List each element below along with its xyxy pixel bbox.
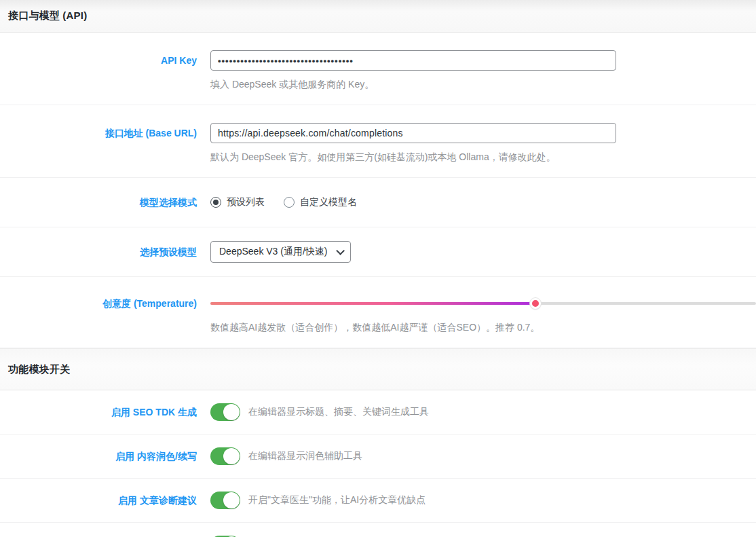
temperature-slider-fill xyxy=(210,302,537,305)
row-preset-model: 选择预设模型 DeepSeek V3 (通用/快速) xyxy=(0,227,756,277)
preset-model-label: 选择预设模型 xyxy=(0,241,197,263)
radio-unchecked-icon[interactable] xyxy=(284,197,295,208)
model-mode-radio-group: 预设列表 自定义模型名 xyxy=(210,192,756,212)
article-diagnosis-label: 启用 文章诊断建议 xyxy=(0,491,197,510)
row-seo-tdk: 启用 SEO TDK 生成 在编辑器显示标题、摘要、关键词生成工具 xyxy=(0,390,756,434)
base-url-input[interactable] xyxy=(210,123,616,143)
section-title: 接口与模型 (API) xyxy=(8,10,87,22)
section-title: 功能模块开关 xyxy=(8,363,70,376)
temperature-slider-thumb[interactable] xyxy=(530,298,541,309)
article-diagnosis-description: 开启"文章医生"功能，让AI分析文章优缺点 xyxy=(248,494,426,506)
preset-model-select[interactable]: DeepSeek V3 (通用/快速) xyxy=(210,241,351,263)
toggle-knob-icon xyxy=(223,404,240,420)
seo-tdk-label: 启用 SEO TDK 生成 xyxy=(0,403,197,422)
row-temperature: 创意度 (Temperature) 数值越高AI越发散（适合创作），数值越低AI… xyxy=(0,277,756,348)
toggle-knob-icon xyxy=(223,492,240,508)
section-header-features: 功能模块开关 xyxy=(0,348,756,390)
model-mode-label: 模型选择模式 xyxy=(0,192,197,212)
toggle-knob-icon xyxy=(223,448,240,464)
article-diagnosis-toggle[interactable] xyxy=(210,492,240,509)
seo-tdk-toggle[interactable] xyxy=(210,403,240,421)
radio-preset-list[interactable]: 预设列表 xyxy=(210,196,265,208)
row-article-diagnosis: 启用 文章诊断建议 开启"文章医生"功能，让AI分析文章优缺点 xyxy=(0,479,756,523)
chevron-down-icon xyxy=(336,246,345,255)
api-key-label: API Key xyxy=(0,50,197,91)
row-model-mode: 模型选择模式 预设列表 自定义模型名 xyxy=(0,178,756,227)
row-comment-reply: 启用 评论回复助手 在后台评论列表显示 AI 回复按钮 xyxy=(0,523,756,537)
radio-preset-list-label: 预设列表 xyxy=(227,196,265,208)
api-key-description: 填入 DeepSeek 或其他服务商的 Key。 xyxy=(210,79,756,91)
content-polish-description: 在编辑器显示润色辅助工具 xyxy=(248,450,362,462)
temperature-label: 创意度 (Temperature) xyxy=(0,293,197,334)
row-api-key: API Key 填入 DeepSeek 或其他服务商的 Key。 xyxy=(0,33,756,105)
base-url-label: 接口地址 (Base URL) xyxy=(0,123,197,164)
content-polish-label: 启用 内容润色/续写 xyxy=(0,447,197,466)
seo-tdk-description: 在编辑器显示标题、摘要、关键词生成工具 xyxy=(248,406,429,418)
radio-custom-model[interactable]: 自定义模型名 xyxy=(284,196,357,208)
temperature-slider[interactable] xyxy=(210,293,756,314)
api-key-input[interactable] xyxy=(210,50,616,71)
temperature-description: 数值越高AI越发散（适合创作），数值越低AI越严谨（适合SEO）。推荐 0.7。 xyxy=(210,322,756,334)
content-polish-toggle[interactable] xyxy=(210,447,240,465)
preset-model-selected-value: DeepSeek V3 (通用/快速) xyxy=(219,246,328,258)
row-base-url: 接口地址 (Base URL) 默认为 DeepSeek 官方。如使用第三方(如… xyxy=(0,105,756,178)
radio-custom-model-label: 自定义模型名 xyxy=(300,196,357,208)
section-header-api: 接口与模型 (API) xyxy=(0,0,756,33)
row-content-polish: 启用 内容润色/续写 在编辑器显示润色辅助工具 xyxy=(0,434,756,479)
radio-checked-icon[interactable] xyxy=(210,197,221,208)
base-url-description: 默认为 DeepSeek 官方。如使用第三方(如硅基流动)或本地 Ollama，… xyxy=(210,151,756,164)
